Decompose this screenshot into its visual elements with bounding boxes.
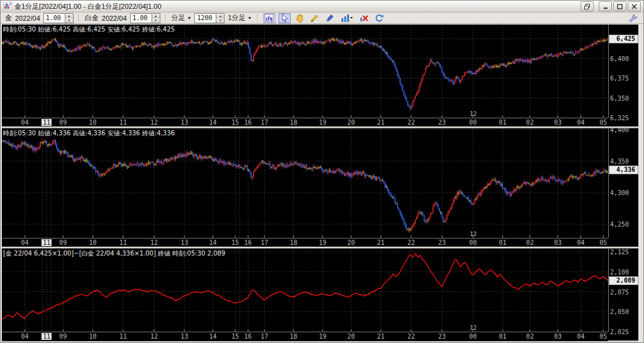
- date-change-label: 12: [470, 325, 477, 331]
- chevron-down-icon: ▼: [187, 16, 192, 20]
- date-change-label: 12: [470, 111, 477, 117]
- refresh-button[interactable]: [374, 13, 386, 23]
- crosshair-chart-button[interactable]: [264, 13, 275, 23]
- title-bar[interactable]: 金1分足[2022/04]1.00 - 白金1分足[2022/04]1.00: [1, 1, 643, 13]
- time-tick-label: 10: [89, 119, 97, 126]
- crosshair-chart-icon: [265, 14, 274, 22]
- indicator-chart-button[interactable]: [339, 13, 355, 23]
- time-tick-label: 14: [209, 239, 216, 246]
- time-tick-label: 16: [244, 333, 252, 340]
- close-button[interactable]: [628, 1, 641, 11]
- maximize-button[interactable]: [613, 1, 626, 11]
- platinum-plot-area[interactable]: 時刻:05:30 始値:4,336 高値:4,336 安値:4,336 終値:4…: [2, 128, 609, 238]
- time-tick-label: 17: [260, 239, 268, 246]
- spread-current-price-box: 2,089: [609, 276, 638, 285]
- platinum-month-value[interactable]: 2022/04: [102, 14, 127, 22]
- refresh-icon: [375, 14, 384, 23]
- time-tick-label: 15: [231, 333, 239, 340]
- time-tick-label: 04: [21, 239, 29, 246]
- delete-x-icon: [360, 14, 369, 22]
- time-tick-label: 11: [119, 333, 127, 340]
- spread-plot-area[interactable]: [金 22/04 6,425×1.00]−[白金 22/04 4,336×1.0…: [2, 249, 609, 332]
- time-tick-label: 01: [499, 333, 506, 340]
- price-tick-label: 4,250: [610, 221, 629, 228]
- price-tick-label: 2,100: [610, 269, 629, 276]
- time-tick-label: 19: [319, 239, 326, 246]
- bar-type-dropdown[interactable]: 分足 ▼: [172, 13, 192, 23]
- bar-count-spin-buttons[interactable]: ▲▼: [216, 14, 224, 23]
- spin-down-icon[interactable]: ▼: [152, 18, 160, 23]
- price-tick-label: 2,125: [610, 249, 629, 256]
- time-tick-label: 16: [244, 119, 252, 126]
- time-tick-label: 02: [526, 239, 534, 246]
- app-icon: [3, 3, 12, 10]
- time-tick-label: 04: [577, 239, 585, 246]
- time-tick-label: 13: [180, 119, 188, 126]
- bar-count-spinner[interactable]: 1200 ▲▼: [194, 13, 225, 23]
- minimize-button[interactable]: [599, 1, 612, 11]
- gold-plot-area[interactable]: 時刻:05:30 始値:6,425 高値:6,425 安値:6,425 終値:6…: [2, 25, 609, 118]
- bar-interval-dropdown[interactable]: 1分足 ▼: [228, 13, 252, 23]
- time-tick-label: 00: [469, 239, 477, 246]
- time-tick-label: 21: [377, 239, 384, 246]
- platinum-multiplier-spin-buttons[interactable]: ▲▼: [152, 14, 160, 23]
- price-tick-label: 2,050: [610, 308, 629, 315]
- time-tick-label: 17: [260, 119, 268, 126]
- time-tick-label: 03: [554, 333, 562, 340]
- spin-down-icon[interactable]: ▼: [216, 18, 224, 23]
- spin-up-icon[interactable]: ▲: [152, 14, 160, 19]
- time-tick-label: 05: [599, 119, 607, 126]
- time-tick-label: 05: [599, 333, 607, 340]
- gold-multiplier-value[interactable]: 1.00: [44, 14, 65, 23]
- platinum-multiplier-value[interactable]: 1.00: [131, 14, 152, 23]
- gold-multiplier-spinner[interactable]: 1.00 ▲▼: [43, 13, 74, 23]
- pan-hand-button[interactable]: [294, 13, 306, 23]
- time-tick-label: 09: [59, 239, 67, 246]
- session-date-box: 11: [42, 119, 52, 126]
- platinum-multiplier-spinner[interactable]: 1.00 ▲▼: [130, 13, 160, 23]
- time-tick-label: 02: [526, 119, 534, 126]
- platinum-ohlc-info: 時刻:05:30 始値:4,336 高値:4,336 安値:4,336 終値:4…: [3, 129, 175, 138]
- gold-price-axis: 6,425 6,4006,3756,3506,325: [609, 25, 638, 127]
- time-tick-label: 23: [438, 119, 446, 126]
- gold-month-value[interactable]: 2022/04: [15, 14, 40, 22]
- platinum-price-axis: 4,336 4,4004,3504,3004,250: [609, 128, 638, 247]
- time-tick-label: 15: [231, 239, 239, 246]
- close-icon: [631, 4, 637, 9]
- toolbar-separator: [165, 14, 167, 22]
- time-tick-label: 03: [554, 239, 562, 246]
- price-tick-label: 6,400: [610, 55, 629, 62]
- settings-button[interactable]: [627, 13, 639, 23]
- time-tick-label: 00: [469, 119, 477, 126]
- pencil-draw-button[interactable]: [309, 13, 321, 23]
- spin-up-icon[interactable]: ▲: [216, 14, 224, 19]
- spin-up-icon[interactable]: ▲: [65, 14, 73, 19]
- time-tick-label: 23: [438, 239, 446, 246]
- bar-count-value[interactable]: 1200: [195, 14, 216, 23]
- time-tick-label: 13: [180, 239, 188, 246]
- time-tick-label: 21: [377, 333, 384, 340]
- bar-interval-value: 1分足: [228, 13, 245, 23]
- time-tick-label: 18: [290, 239, 297, 246]
- spin-down-icon[interactable]: ▼: [65, 18, 73, 23]
- time-tick-label: 15: [231, 119, 239, 126]
- time-tick-label: 23: [438, 333, 446, 340]
- delete-indicator-button[interactable]: [358, 13, 370, 23]
- select-arrow-icon: [281, 14, 288, 22]
- session-date-box: 11: [42, 333, 52, 340]
- spread-line-chart: [2, 249, 608, 332]
- pen-line-button[interactable]: [324, 13, 336, 23]
- float-window-button[interactable]: [580, 1, 594, 11]
- bar-chart-icon: [341, 14, 353, 22]
- pencil-icon: [310, 14, 319, 23]
- gold-time-axis: 0409101112131415161718192021222300010203…: [2, 118, 608, 127]
- time-tick-label: 22: [408, 119, 415, 126]
- select-arrow-button[interactable]: [279, 13, 291, 23]
- time-tick-label: 19: [319, 333, 326, 340]
- gold-multiplier-spin-buttons[interactable]: ▲▼: [65, 14, 73, 23]
- spread-formula-info: [金 22/04 6,425×1.00]−[白金 22/04 4,336×1.0…: [3, 249, 225, 258]
- time-tick-label: 04: [577, 119, 585, 126]
- time-tick-label: 03: [554, 119, 562, 126]
- time-tick-label: 12: [150, 119, 158, 126]
- price-tick-label: 6,375: [610, 75, 629, 82]
